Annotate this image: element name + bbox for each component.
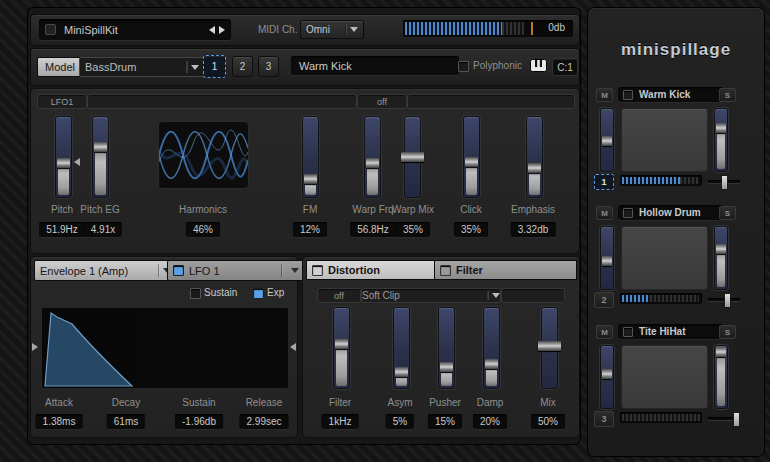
envelope-graph[interactable] [41, 307, 289, 389]
drum-slot-button-3[interactable]: 3 [258, 56, 279, 77]
preset-selector[interactable]: MiniSpillKit [39, 19, 231, 40]
tab-distortion[interactable]: Distortion [306, 260, 443, 280]
slot-display[interactable] [621, 345, 708, 409]
polyphonic-checkbox[interactable] [458, 61, 469, 72]
param-value[interactable]: -1.96db [175, 414, 223, 429]
solo-button[interactable]: S [719, 206, 736, 220]
slot-name-field[interactable]: Hollow Drum [618, 205, 724, 220]
solo-button[interactable]: S [719, 88, 736, 102]
mod-source-dropdown[interactable]: LFO 1 [167, 260, 305, 281]
lfo-assign-strip-2[interactable] [407, 94, 575, 109]
dist-filter-slider[interactable] [333, 307, 350, 389]
voice-name-field[interactable]: Warm Kick [291, 56, 459, 75]
slider-handle[interactable] [366, 158, 379, 168]
drum-slot-button-1[interactable]: 1 [203, 55, 226, 78]
solo-button[interactable]: S [719, 325, 736, 339]
slider-handle[interactable] [716, 123, 726, 133]
drum-slot-button-2[interactable]: 2 [232, 56, 253, 77]
param-value[interactable]: 56.8Hz [350, 222, 396, 237]
slider-handle[interactable] [94, 142, 107, 152]
slot-tune-slider[interactable] [600, 108, 614, 172]
slot-select-button-1[interactable]: 1 [594, 174, 614, 190]
warp-frq-slider[interactable] [364, 116, 381, 198]
midi-channel-dropdown[interactable]: Omni [300, 20, 364, 39]
slider-handle[interactable] [57, 158, 70, 168]
distortion-state-button[interactable]: off [317, 288, 361, 303]
warp-mix-slider[interactable] [404, 116, 421, 198]
lfo-assign-value[interactable]: off [357, 94, 407, 109]
slot-pan-slider[interactable] [708, 417, 740, 420]
param-value[interactable]: 5% [386, 414, 414, 429]
pusher-slider[interactable] [438, 307, 455, 389]
pitch-slider[interactable] [55, 116, 72, 198]
slider-handle[interactable] [602, 256, 612, 266]
slider-handle[interactable] [485, 359, 498, 369]
slider-handle[interactable] [716, 244, 726, 254]
slot-volume-fader[interactable] [714, 108, 728, 172]
param-value[interactable]: 12% [293, 222, 327, 237]
pan-handle[interactable] [724, 293, 731, 308]
envelope-scroll-right-icon[interactable] [290, 343, 296, 351]
param-value[interactable]: 3.32db [511, 222, 556, 237]
slider-handle[interactable] [335, 339, 348, 349]
param-value[interactable]: 35% [454, 222, 488, 237]
slider-handle[interactable] [440, 362, 453, 372]
mute-button[interactable]: M [596, 325, 613, 339]
exp-checkbox[interactable] [253, 288, 264, 299]
slot-pan-slider[interactable] [708, 180, 740, 183]
param-value[interactable]: 61ms [107, 414, 145, 429]
pan-handle[interactable] [733, 412, 740, 427]
param-value[interactable]: 4.91x [84, 222, 122, 237]
param-value[interactable]: 20% [473, 414, 507, 429]
mute-button[interactable]: M [596, 206, 613, 220]
slider-handle[interactable] [716, 347, 726, 357]
fm-slider[interactable] [302, 116, 319, 198]
slider-handle[interactable] [602, 369, 612, 379]
key-range-button[interactable]: C:1 [552, 58, 578, 76]
slot-name-field[interactable]: Warm Kick [618, 87, 724, 102]
slider-handle[interactable] [304, 174, 317, 184]
param-value[interactable]: 1kHz [322, 414, 359, 429]
distortion-mode-dropdown[interactable]: Soft Clip [361, 288, 501, 303]
param-value[interactable]: 51.9Hz [39, 222, 85, 237]
slot-volume-fader[interactable] [714, 345, 728, 409]
slot-volume-fader[interactable] [714, 226, 728, 290]
damp-slider[interactable] [483, 307, 500, 389]
slot-enable-checkbox[interactable] [623, 327, 633, 337]
slot-tune-slider[interactable] [600, 226, 614, 290]
mod-source-checkbox[interactable] [173, 265, 184, 276]
slot-tune-slider[interactable] [600, 345, 614, 409]
lfo-assign-strip-1[interactable] [87, 94, 357, 109]
slider-handle[interactable] [401, 152, 424, 162]
preset-prev-icon[interactable] [209, 26, 215, 34]
distortion-enable-checkbox[interactable] [312, 265, 323, 276]
slot-pan-slider[interactable] [708, 298, 740, 301]
sustain-checkbox[interactable] [190, 288, 201, 299]
param-value[interactable]: 46% [186, 222, 220, 237]
param-value[interactable]: 2.99sec [239, 414, 288, 429]
pitch-eg-slider[interactable] [92, 116, 109, 198]
slot-display[interactable] [621, 108, 708, 172]
envelope-selector-dropdown[interactable]: Envelope 1 (Amp) [34, 260, 177, 281]
slot-enable-checkbox[interactable] [623, 90, 633, 100]
slot-select-button-3[interactable]: 3 [594, 411, 614, 427]
asym-slider[interactable] [393, 307, 410, 389]
lfo-assign-label[interactable]: LFO1 [37, 94, 87, 109]
click-slider[interactable] [463, 116, 480, 198]
pan-handle[interactable] [721, 175, 728, 190]
param-value[interactable]: 35% [396, 222, 430, 237]
slot-select-button-2[interactable]: 2 [594, 292, 614, 308]
slider-handle[interactable] [528, 163, 541, 173]
keyboard-icon[interactable] [530, 58, 547, 76]
slot-name-field[interactable]: Tite HiHat [618, 324, 724, 339]
harmonics-display[interactable] [158, 121, 249, 189]
slot-display[interactable] [621, 226, 708, 290]
slider-handle[interactable] [395, 367, 408, 377]
mute-button[interactable]: M [596, 88, 613, 102]
slider-handle[interactable] [465, 157, 478, 167]
param-value[interactable]: 50% [531, 414, 565, 429]
preset-next-icon[interactable] [219, 26, 225, 34]
filter-enable-checkbox[interactable] [440, 265, 451, 276]
emphasis-slider[interactable] [526, 116, 543, 198]
param-value[interactable]: 1.38ms [36, 414, 83, 429]
